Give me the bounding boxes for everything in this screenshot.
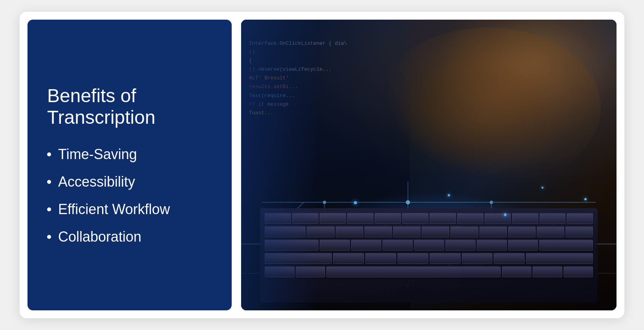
- image-background: Interface.OnClickListener { dia\ () { ()…: [241, 20, 617, 310]
- svg-point-18: [323, 201, 326, 204]
- bullet-item-time-saving: Time-Saving: [47, 146, 212, 163]
- bullet-item-efficient-workflow: Efficient Workflow: [47, 201, 212, 218]
- bullet-dot: [47, 180, 51, 184]
- glow-dot-1: [354, 201, 357, 204]
- bullet-label-efficient-workflow: Efficient Workflow: [58, 201, 170, 218]
- left-panel: Benefits of Transcription Time-Saving Ac…: [27, 20, 232, 310]
- bullet-dot: [47, 235, 51, 239]
- bullet-label-collaboration: Collaboration: [58, 229, 141, 245]
- title-line2: Transcription: [47, 106, 212, 128]
- right-panel: Interface.OnClickListener { dia\ () { ()…: [241, 20, 617, 310]
- bullet-label-time-saving: Time-Saving: [58, 146, 137, 163]
- svg-point-31: [406, 200, 410, 205]
- bullet-item-collaboration: Collaboration: [47, 229, 212, 245]
- bullet-label-accessibility: Accessibility: [58, 174, 135, 190]
- bullet-dot: [47, 207, 51, 211]
- bullet-list: Time-Saving Accessibility Efficient Work…: [47, 146, 212, 245]
- svg-point-20: [490, 201, 493, 204]
- glow-dot-2: [448, 194, 450, 196]
- left-fade-overlay: [241, 20, 320, 310]
- slide-container: Benefits of Transcription Time-Saving Ac…: [20, 12, 624, 318]
- bullet-item-accessibility: Accessibility: [47, 174, 212, 190]
- glow-dot-5: [584, 198, 587, 200]
- glow-dot-4: [542, 187, 543, 189]
- title-line1: Benefits of: [47, 85, 212, 106]
- bullet-dot: [47, 152, 51, 156]
- title-block: Benefits of Transcription: [47, 85, 212, 128]
